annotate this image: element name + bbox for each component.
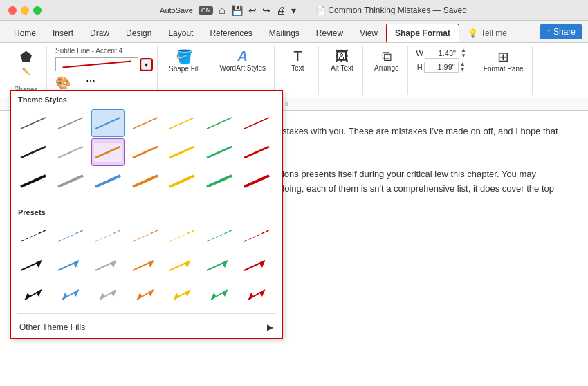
- style-cell-1-3[interactable]: [91, 109, 125, 137]
- preset-2-6[interactable]: [203, 251, 236, 279]
- style-cell-2-2[interactable]: [54, 138, 87, 166]
- tab-tell-me[interactable]: 💡 Tell me: [459, 24, 515, 42]
- preset-2-4[interactable]: [129, 251, 162, 279]
- undo-icon[interactable]: ↩: [248, 5, 257, 16]
- preset-3-6[interactable]: [203, 280, 236, 308]
- alt-text-icon: 🖼: [335, 48, 349, 64]
- style-cell-2-7[interactable]: [240, 138, 273, 166]
- style-cell-3-4[interactable]: [129, 167, 162, 195]
- style-cell-2-4[interactable]: [129, 138, 162, 166]
- style-cell-3-3[interactable]: [91, 167, 125, 195]
- style-cell-1-6[interactable]: [203, 109, 236, 137]
- style-cell-2-5[interactable]: [165, 138, 199, 166]
- svg-line-10: [58, 147, 83, 158]
- tab-mailings[interactable]: Mailings: [261, 24, 308, 42]
- line-dash-button[interactable]: ⋯: [86, 75, 95, 91]
- line-weight-button[interactable]: —: [73, 75, 83, 91]
- svg-line-28: [169, 230, 194, 241]
- wordart-icon: A: [237, 48, 247, 64]
- height-row: H 1.99" ▲ ▼: [417, 62, 466, 73]
- titlebar-center: AutoSave ON ⌂ 💾 ↩ ↪ 🖨 ▾ 📄 Common Thinkin…: [47, 4, 580, 17]
- minimize-button[interactable]: [21, 6, 29, 15]
- style-cell-3-6[interactable]: [203, 167, 236, 195]
- print-icon[interactable]: 🖨: [276, 5, 286, 16]
- text-button[interactable]: T Text: [288, 47, 306, 73]
- tab-insert[interactable]: Insert: [44, 24, 82, 42]
- alt-text-group: 🖼 Alt Text: [322, 46, 363, 95]
- tab-shape-format[interactable]: Shape Format: [386, 24, 459, 42]
- autosave-badge[interactable]: ON: [199, 6, 214, 15]
- style-cell-1-1[interactable]: [17, 109, 50, 137]
- line-color-button[interactable]: 🎨: [55, 75, 71, 91]
- tab-view[interactable]: View: [351, 24, 386, 42]
- tab-references[interactable]: References: [201, 24, 260, 42]
- tab-home[interactable]: Home: [6, 24, 44, 42]
- preset-1-1[interactable]: [17, 222, 50, 250]
- svg-line-7: [207, 118, 232, 129]
- style-cell-1-2[interactable]: [54, 109, 87, 137]
- redo-icon[interactable]: ↪: [262, 5, 270, 16]
- svg-line-20: [133, 176, 158, 187]
- style-cell-1-4[interactable]: [129, 109, 162, 137]
- svg-line-2: [58, 118, 83, 129]
- tab-layout[interactable]: Layout: [160, 24, 201, 42]
- other-theme-fills-row[interactable]: Other Theme Fills ▶: [11, 317, 282, 338]
- shapes-button[interactable]: ⬟: [17, 47, 35, 66]
- height-down[interactable]: ▼: [460, 67, 466, 73]
- style-cell-3-2[interactable]: [54, 167, 87, 195]
- svg-line-1: [21, 118, 46, 129]
- preset-1-2[interactable]: [54, 222, 87, 250]
- preset-3-5[interactable]: [165, 280, 199, 308]
- share-button[interactable]: ↑ Share: [540, 24, 582, 39]
- preset-1-6[interactable]: [203, 222, 236, 250]
- wordart-button[interactable]: A WordArt Styles: [217, 47, 268, 73]
- style-cell-3-5[interactable]: [165, 167, 199, 195]
- style-cell-3-7[interactable]: [240, 167, 273, 195]
- height-input[interactable]: 1.99": [424, 62, 459, 73]
- style-cell-1-7[interactable]: [240, 109, 273, 137]
- preset-2-5[interactable]: [165, 251, 199, 279]
- height-spinner[interactable]: ▲ ▼: [460, 62, 466, 73]
- tab-review[interactable]: Review: [308, 24, 351, 42]
- style-cell-1-5[interactable]: [165, 109, 199, 137]
- style-cell-3-1[interactable]: [17, 167, 50, 195]
- line-style-dropdown[interactable]: ▾: [141, 59, 151, 70]
- width-input[interactable]: 1.43": [425, 48, 459, 59]
- arrange-button[interactable]: ⧉ Arrange: [371, 47, 402, 73]
- save-icon[interactable]: 💾: [231, 5, 243, 16]
- preset-2-7[interactable]: [240, 251, 273, 279]
- traffic-lights: [8, 6, 42, 15]
- shape-fill-button[interactable]: 🪣 Shape Fill: [166, 47, 202, 74]
- tab-draw[interactable]: Draw: [82, 24, 118, 42]
- share-icon: ↑: [546, 27, 551, 37]
- preset-3-7[interactable]: [240, 280, 273, 308]
- preset-1-4[interactable]: [129, 222, 162, 250]
- svg-line-18: [58, 176, 83, 187]
- preset-3-2[interactable]: [54, 280, 87, 308]
- preset-2-1[interactable]: [17, 251, 50, 279]
- width-down[interactable]: ▼: [461, 53, 466, 59]
- alt-text-button[interactable]: 🖼 Alt Text: [328, 47, 356, 73]
- preset-1-3[interactable]: [91, 222, 125, 250]
- preset-3-1[interactable]: [17, 280, 50, 308]
- width-spinner[interactable]: ▲ ▼: [461, 48, 466, 59]
- preset-1-7[interactable]: [240, 222, 273, 250]
- preset-2-3[interactable]: [91, 251, 125, 279]
- preset-3-4[interactable]: [129, 280, 162, 308]
- svg-line-22: [207, 176, 232, 187]
- other-fills-label: Other Theme Fills: [19, 322, 85, 332]
- maximize-button[interactable]: [33, 6, 42, 15]
- style-cell-2-3[interactable]: [91, 138, 125, 166]
- format-pane-button[interactable]: ⊞ Format Pane: [481, 47, 526, 74]
- svg-line-15: [207, 147, 232, 158]
- dropdown-arrow-icon[interactable]: ▾: [291, 5, 296, 16]
- ribbon-tabs: Home Insert Draw Design Layout Reference…: [0, 21, 588, 43]
- preset-3-3[interactable]: [91, 280, 125, 308]
- preset-1-5[interactable]: [165, 222, 199, 250]
- close-button[interactable]: [8, 6, 17, 15]
- style-cell-2-1[interactable]: [17, 138, 50, 166]
- preset-2-2[interactable]: [54, 251, 87, 279]
- tab-design[interactable]: Design: [118, 24, 160, 42]
- style-cell-2-6[interactable]: [203, 138, 236, 166]
- svg-line-24: [21, 230, 46, 241]
